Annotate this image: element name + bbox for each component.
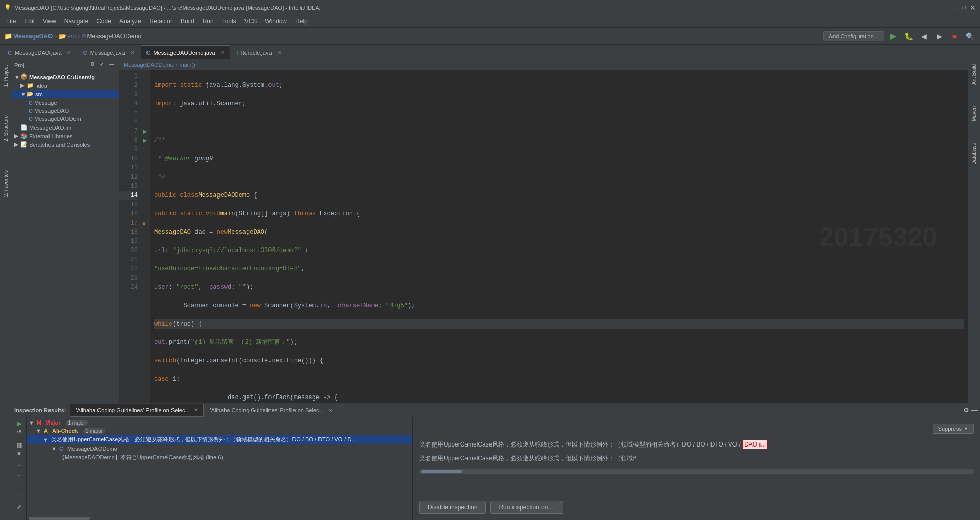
inspection-scrollbar[interactable] (27, 516, 412, 520)
maximize-button[interactable]: □ (962, 4, 966, 12)
inspection-detail-item[interactable]: 【MessageDAODemo】不符合UpperCamelCase命名风格 (l… (27, 453, 412, 462)
bottom-tab-2-close[interactable]: ✕ (328, 408, 332, 413)
maven-tab[interactable]: Maven (969, 103, 979, 125)
menu-item-build[interactable]: Build (177, 17, 199, 26)
menu-item-refactor[interactable]: Refactor (145, 17, 177, 26)
structure-panel-tab[interactable]: 2: Structure (1, 111, 11, 146)
tab-messagedaodemo[interactable]: C MessageDAODemo.java ✕ (141, 45, 230, 59)
inspection-tree: ▼ M Major 1 major ▼ A Ali-Check 1 major (27, 417, 412, 516)
tree-item-message[interactable]: C Message (12, 98, 119, 107)
tab-iterable[interactable]: I Iterable.java ✕ (231, 45, 287, 59)
tab-close-1[interactable]: ✕ (67, 49, 71, 55)
folder-icon-src: 📂 (27, 91, 34, 97)
inspection-detail-text: 【MessageDAODemo】不符合UpperCamelCase命名风格 (l… (59, 454, 223, 461)
menu-item-code[interactable]: Code (92, 17, 115, 26)
toolbar: 📁 MessageDAO › 📂 src › © MessageDAODemo … (0, 28, 980, 45)
inspection-item-text: 类名使用UpperCamelCase风格，必须遵从驼峰形式，但以下情形例外：（领… (51, 436, 356, 443)
tree-arrow-src: ▼ (20, 91, 27, 97)
sidebar-collapse-icon[interactable]: — (109, 61, 117, 69)
toolbar-folder-icon: 📁 (4, 32, 12, 40)
tree-item-ext[interactable]: ▶ 📚 External Libraries (12, 132, 119, 140)
tree-item-iml[interactable]: 📄 MessageDAO.iml (12, 123, 119, 132)
code-body[interactable]: import static java.lang.System.out; impo… (150, 70, 968, 403)
menu-item-help[interactable]: Help (291, 17, 312, 26)
disable-inspection-button[interactable]: Disable inspection (419, 501, 486, 514)
debug-button[interactable]: 🐛 (902, 30, 915, 42)
tree-item-src[interactable]: ▼ 📂 src (12, 90, 119, 98)
tree-item-scratches[interactable]: ▶ 📝 Scratches and Consoles (12, 140, 119, 149)
filter-icon[interactable]: ▦ (17, 442, 22, 449)
menu-item-vcs[interactable]: VCS (240, 17, 261, 26)
sidebar-gear-icon[interactable]: ⚙ (90, 61, 99, 69)
tree-icon-message: C (29, 100, 33, 106)
tree-label-src: src (35, 91, 43, 97)
breadcrumb-method[interactable]: main() (180, 62, 195, 68)
close-button[interactable]: ✕ (970, 4, 976, 12)
menu-item-file[interactable]: File (2, 17, 20, 26)
search-button[interactable]: 🔍 (964, 30, 976, 42)
expand-icon[interactable]: ⤢ (17, 504, 21, 510)
minimize-button[interactable]: ─ (953, 4, 958, 12)
menu-item-analyze[interactable]: Analyze (115, 17, 145, 26)
tree-label-iml: MessageDAO.iml (29, 125, 73, 131)
bottom-tab-2-label: 'Alibaba Coding Guidelines' Profile on S… (210, 407, 324, 413)
back-button[interactable]: ◀ (918, 30, 930, 42)
tab-messagedao[interactable]: C MessageDAO.java ✕ (2, 45, 77, 59)
debug-gutter: ▶ ▶ ▲! (140, 70, 150, 403)
menu-item-navigate[interactable]: Navigate (60, 17, 92, 26)
bottom-tab-2[interactable]: 'Alibaba Coding Guidelines' Profile on S… (205, 404, 338, 417)
major-label: Major (45, 419, 60, 426)
sidebar-header: Proj... ⚙ ⤢ — (12, 59, 119, 71)
forward-button[interactable]: ▶ (933, 30, 945, 42)
sidebar-expand-icon[interactable]: ⤢ (100, 61, 108, 69)
stop-button[interactable]: ■ (948, 30, 961, 42)
tab-close-2[interactable]: ✕ (130, 49, 134, 55)
menu-item-run[interactable]: Run (199, 17, 218, 26)
tree-item-root[interactable]: ▼ 📦 MessageDAO C:\Users\g (12, 72, 119, 81)
menu-item-edit[interactable]: Edit (20, 17, 39, 26)
prev-icon[interactable]: ↑ (18, 483, 21, 489)
tree-item-messagedaodemo[interactable]: C MessageDAODem (12, 115, 119, 123)
tab-icon-c3: C (146, 49, 151, 56)
bottom-tab-1-close[interactable]: ✕ (194, 407, 198, 413)
run-inspection-button[interactable]: Run inspection on ... (490, 501, 563, 514)
next-icon[interactable]: ↓ (18, 491, 21, 497)
bottom-tab-1[interactable]: 'Alibaba Coding Guidelines' Profile on S… (70, 404, 203, 417)
code-editor: MessageDAODemo › main() 123456 789101112… (119, 59, 968, 403)
ali-check-group[interactable]: ▼ A Ali-Check 1 major (27, 427, 412, 435)
tab-bar: C MessageDAO.java ✕ C Message.java ✕ C M… (0, 45, 980, 59)
tab-close-4[interactable]: ✕ (277, 49, 281, 55)
sort-down-icon[interactable]: ↓ (18, 471, 21, 477)
inspection-sub-item[interactable]: ▼ C MessageDAODemo (27, 444, 412, 453)
ant-build-tab[interactable]: Ant Build (969, 61, 979, 88)
menu-item-view[interactable]: View (39, 17, 60, 26)
suppress-button[interactable]: Suppress ▼ (933, 424, 974, 434)
tree-item-messagedao[interactable]: C MessageDAO (12, 107, 119, 115)
tab-close-3[interactable]: ✕ (220, 49, 225, 55)
group-icon[interactable]: ≡ (17, 450, 20, 456)
inspection-item-main[interactable]: ▼ 类名使用UpperCamelCase风格，必须遵从驼峰形式，但以下情形例外：… (27, 435, 412, 444)
project-panel-tab[interactable]: 1: Project (1, 61, 11, 91)
favorites-panel-tab[interactable]: 2: Favorites (1, 166, 11, 201)
tab-message[interactable]: C Message.java ✕ (78, 45, 140, 59)
inspection-minimize-icon[interactable]: — (971, 406, 978, 414)
tab-label-1: MessageDAO.java (15, 49, 62, 56)
tree-item-idea[interactable]: ▶ 📁 .idea (12, 81, 119, 90)
database-tab[interactable]: Database (969, 140, 979, 168)
menu-item-window[interactable]: Window (261, 17, 291, 26)
ali-check-label: Ali-Check (52, 428, 78, 434)
breadcrumb-class[interactable]: MessageDAODemo (124, 62, 174, 68)
tab-label-4: Iterable.java (241, 49, 272, 56)
add-config-button[interactable]: Add Configuration... (823, 31, 884, 41)
run-inspection-icon[interactable]: ▶ (17, 419, 22, 427)
run-button[interactable]: ▶ (887, 30, 899, 42)
tab-icon-c1: C (8, 49, 12, 56)
detail-scrollbar[interactable] (419, 469, 974, 474)
sort-up-icon[interactable]: ↑ (18, 463, 21, 469)
rerun-icon[interactable]: ↺ (17, 429, 21, 435)
inspection-sub-arrow: ▼ (51, 445, 57, 452)
inspection-gear-icon[interactable]: ⚙ (963, 406, 969, 414)
menu-item-tools[interactable]: Tools (218, 17, 240, 26)
tree-label-root: MessageDAO C:\Users\g (29, 74, 95, 80)
major-group[interactable]: ▼ M Major 1 major (27, 418, 412, 427)
